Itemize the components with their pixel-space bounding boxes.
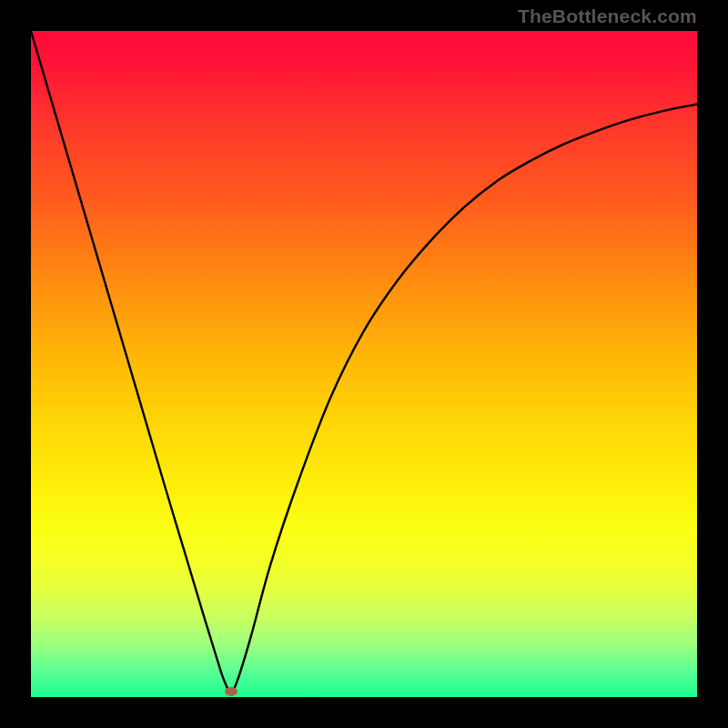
minimum-marker-icon xyxy=(225,687,238,696)
watermark-text: TheBottleneck.com xyxy=(518,5,697,27)
plot-area xyxy=(31,31,697,697)
bottleneck-curve xyxy=(31,31,697,697)
chart-frame: TheBottleneck.com xyxy=(0,0,728,728)
